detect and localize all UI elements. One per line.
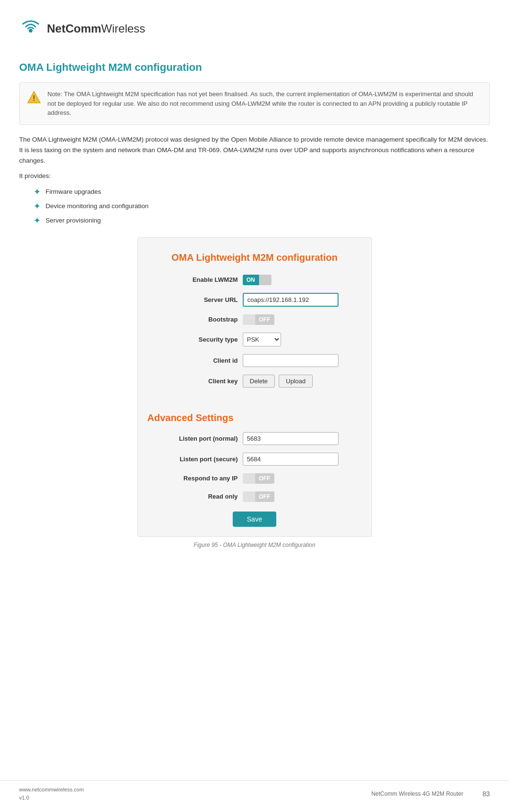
logo-area: NetCommWireless — [19, 17, 145, 40]
footer-right: NetComm Wireless 4G M2M Router 83 — [371, 790, 490, 798]
delete-button[interactable]: Delete — [243, 375, 275, 388]
figure-caption: Figure 95 - OMA Lightweight M2M configur… — [19, 542, 490, 548]
footer-product-name: NetComm Wireless 4G M2M Router — [371, 790, 463, 797]
toggle-off-btn[interactable] — [259, 275, 271, 285]
save-button[interactable]: Save — [233, 512, 277, 527]
footer-website: www.netcommwireless.com — [19, 786, 84, 794]
read-only-toggle[interactable]: OFF — [243, 491, 339, 502]
toggle-on-inactive[interactable] — [243, 314, 255, 325]
read-only-control: OFF — [243, 491, 339, 502]
listen-port-normal-control — [243, 432, 339, 445]
security-type-select[interactable]: PSK Certificate NoSec — [243, 333, 281, 346]
bootstrap-toggle[interactable]: OFF — [243, 314, 339, 325]
enable-lwm2m-label: Enable LWM2M — [171, 276, 238, 283]
listen-port-secure-control — [243, 453, 339, 466]
bootstrap-row: Bootstrap OFF — [147, 314, 362, 325]
svg-point-0 — [29, 29, 33, 33]
list-bullet-icon: ✦ — [34, 215, 41, 226]
footer-left: www.netcommwireless.com v1.0 — [19, 786, 84, 802]
server-url-row: Server URL — [147, 293, 362, 307]
listen-port-secure-label: Listen port (secure) — [171, 456, 238, 463]
feature-list: ✦ Firmware upgrades ✦ Device monitoring … — [34, 187, 490, 226]
advanced-settings-heading: Advanced Settings — [147, 412, 362, 423]
page-footer: www.netcommwireless.com v1.0 NetComm Wir… — [0, 780, 509, 802]
toggle-on-inactive2[interactable] — [243, 473, 255, 484]
footer-page-number: 83 — [482, 790, 490, 798]
listen-port-normal-input[interactable] — [243, 432, 339, 445]
bootstrap-control: OFF — [243, 314, 339, 325]
brand-name: NetCommWireless — [47, 22, 145, 35]
client-key-row: Client key Delete Upload — [147, 375, 362, 388]
security-type-label: Security type — [171, 336, 238, 343]
list-item: ✦ Device monitoring and configuration — [34, 201, 490, 211]
security-type-row: Security type PSK Certificate NoSec — [147, 333, 362, 346]
security-type-control: PSK Certificate NoSec — [243, 333, 339, 346]
respond-any-ip-row: Respond to any IP OFF — [147, 473, 362, 484]
warning-text: Note: The OMA Lightweight M2M specificat… — [47, 89, 482, 118]
server-url-input[interactable] — [243, 293, 339, 307]
respond-any-ip-toggle[interactable]: OFF — [243, 473, 339, 484]
toggle-on-inactive3[interactable] — [243, 491, 255, 502]
bootstrap-label: Bootstrap — [171, 316, 238, 323]
header: NetCommWireless — [19, 10, 490, 50]
config-box-title: OMA Lightweight M2M configuration — [147, 252, 362, 263]
warning-box: ! Note: The OMA Lightweight M2M specific… — [19, 82, 490, 125]
list-bullet-icon: ✦ — [34, 187, 41, 197]
client-key-control: Delete Upload — [243, 375, 339, 388]
client-id-control — [243, 354, 339, 367]
footer-version: v1.0 — [19, 794, 84, 802]
read-only-row: Read only OFF — [147, 491, 362, 502]
server-url-label: Server URL — [171, 296, 238, 303]
listen-port-secure-row: Listen port (secure) — [147, 453, 362, 466]
body-text-1: The OMA Lightweight M2M (OMA-LWM2M) prot… — [19, 134, 490, 167]
server-url-control — [243, 293, 339, 307]
page-title: OMA Lightweight M2M configuration — [19, 61, 490, 74]
toggle-off-active3[interactable]: OFF — [255, 491, 274, 502]
save-btn-row: Save — [147, 512, 362, 527]
listen-port-normal-row: Listen port (normal) — [147, 432, 362, 445]
client-id-label: Client id — [171, 357, 238, 364]
respond-any-ip-label: Respond to any IP — [171, 475, 238, 482]
client-id-input[interactable] — [243, 354, 339, 367]
toggle-off-active[interactable]: OFF — [255, 314, 274, 325]
client-key-buttons: Delete Upload — [243, 375, 339, 388]
enable-lwm2m-toggle[interactable]: ON — [243, 275, 339, 285]
respond-any-ip-control: OFF — [243, 473, 339, 484]
list-item: ✦ Firmware upgrades — [34, 187, 490, 197]
list-item: ✦ Server provisioning — [34, 215, 490, 226]
config-box: OMA Lightweight M2M configuration Enable… — [137, 237, 372, 537]
warning-icon: ! — [27, 90, 41, 104]
enable-lwm2m-control: ON — [243, 275, 339, 285]
toggle-on-btn[interactable]: ON — [243, 275, 259, 285]
toggle-off-active2[interactable]: OFF — [255, 473, 274, 484]
enable-lwm2m-row: Enable LWM2M ON — [147, 275, 362, 285]
listen-port-secure-input[interactable] — [243, 453, 339, 466]
list-bullet-icon: ✦ — [34, 201, 41, 211]
client-key-label: Client key — [171, 378, 238, 385]
client-id-row: Client id — [147, 354, 362, 367]
listen-port-normal-label: Listen port (normal) — [171, 435, 238, 442]
body-text-2: It provides: — [19, 171, 490, 181]
read-only-label: Read only — [171, 493, 238, 500]
upload-button[interactable]: Upload — [279, 375, 313, 388]
logo-icon — [19, 17, 42, 40]
svg-text:!: ! — [33, 94, 35, 102]
